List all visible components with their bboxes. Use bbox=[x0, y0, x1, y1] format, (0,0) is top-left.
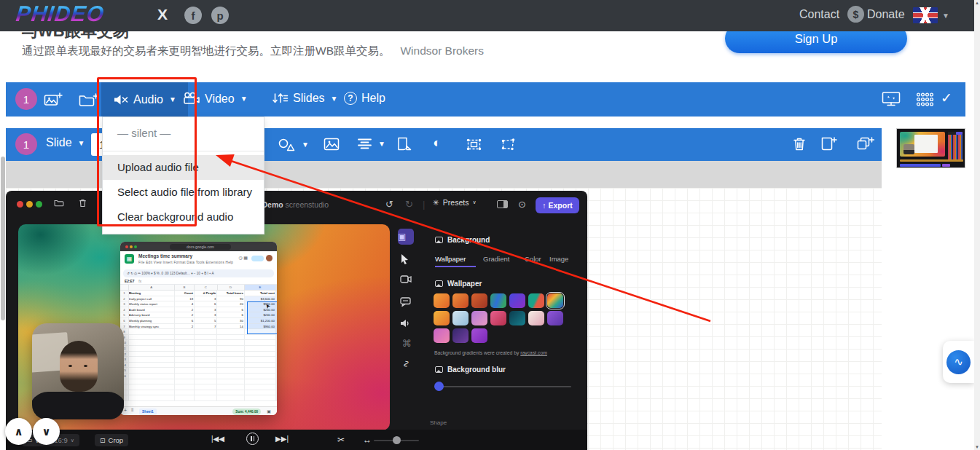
wallpaper-swatch-16[interactable] bbox=[452, 328, 469, 343]
language-caret-icon[interactable]: ▼ bbox=[942, 12, 949, 20]
sheets-title: Meetings time summary bbox=[138, 253, 192, 258]
person-eye bbox=[68, 365, 72, 367]
sheets-window: docs.google.com ▦ Meetings time summary … bbox=[120, 242, 277, 415]
chat-widget[interactable]: ∿ bbox=[943, 341, 974, 383]
chat-bot-icon: ∿ bbox=[946, 350, 971, 374]
studio-header: Sheet Demo screenstudio ↺ ↻ | ✳Presets∨ … bbox=[6, 191, 587, 218]
wallpaper-swatch-3[interactable] bbox=[471, 293, 487, 308]
shapes-icon bbox=[278, 138, 296, 151]
distort-frame-button[interactable] bbox=[499, 138, 517, 151]
tab-gradient: Gradient bbox=[483, 255, 509, 263]
slide-number-badge: 1 bbox=[15, 133, 37, 155]
scroll-down-button[interactable]: ∨ bbox=[33, 418, 60, 445]
thumbnail-export bbox=[956, 132, 963, 135]
sheet-row: 14 bbox=[120, 363, 277, 368]
contact-link[interactable]: Contact bbox=[799, 8, 839, 21]
transparency-button[interactable]: ◐ bbox=[433, 135, 441, 151]
page-flip-icon bbox=[396, 137, 412, 151]
fullscreen-preview-button[interactable] bbox=[882, 91, 901, 108]
caret-down-icon: ▼ bbox=[302, 141, 309, 149]
wallpaper-swatch-17[interactable] bbox=[471, 328, 487, 343]
header-divider: | bbox=[423, 199, 425, 210]
insert-image-button[interactable] bbox=[324, 138, 340, 151]
crop-icon: ⊡ bbox=[100, 437, 106, 444]
page-scrollbar[interactable]: ▲ ▼ bbox=[974, 0, 980, 450]
person-head bbox=[60, 341, 98, 392]
wallpaper-swatch-4[interactable] bbox=[490, 293, 506, 308]
slide-thumbnail[interactable] bbox=[896, 128, 965, 168]
confirm-check-button[interactable]: ✓ bbox=[941, 90, 952, 106]
wallpaper-swatch-15[interactable] bbox=[434, 328, 450, 343]
maximize-traffic-light bbox=[36, 201, 42, 208]
video-preview[interactable]: Sheet Demo screenstudio ↺ ↻ | ✳Presets∨ … bbox=[6, 191, 587, 450]
wallpaper-swatch-8[interactable] bbox=[434, 311, 450, 325]
sheets-header: ▦ Meetings time summary File Edit View I… bbox=[120, 251, 277, 269]
sum-chip: Sum: 4,440.00 bbox=[232, 408, 261, 415]
wallpaper-swatch-9[interactable] bbox=[452, 311, 469, 325]
image-icon bbox=[324, 138, 340, 151]
wallpaper-section-label: Wallpaper bbox=[435, 280, 482, 288]
phideo-logo[interactable]: PHIDEO bbox=[15, 1, 106, 26]
text-align-dropdown-button[interactable]: ▼ bbox=[357, 138, 385, 150]
avatar bbox=[266, 255, 273, 261]
annotation-rectangle bbox=[97, 77, 197, 226]
shapes-dropdown-button[interactable]: ▼ bbox=[278, 138, 309, 151]
new-page-plus-icon bbox=[820, 136, 837, 151]
open-folder-button[interactable] bbox=[79, 92, 98, 107]
person-shirt bbox=[32, 392, 124, 419]
formula-bar: E2:E7fx bbox=[120, 278, 277, 285]
ad-description: 通过跟单表现最好的交易者来更明智地进行交易。立即注册WB跟单交易。Windsor… bbox=[22, 44, 484, 59]
delete-slide-button[interactable] bbox=[793, 137, 806, 151]
top-navbar: PHIDEO X f p Contact $ Donate ▼ bbox=[0, 0, 974, 31]
duplicate-slide-button[interactable] bbox=[856, 136, 874, 151]
page-transition-button[interactable] bbox=[396, 137, 412, 151]
help-button[interactable]: ? Help bbox=[344, 92, 385, 105]
col-header-corner bbox=[276, 285, 277, 291]
fit-frame-button[interactable] bbox=[466, 138, 482, 151]
add-image-icon bbox=[44, 92, 63, 108]
browser-bar: docs.google.com bbox=[120, 242, 277, 251]
sheet-row: 15 bbox=[120, 368, 277, 374]
wallpaper-swatch-12[interactable] bbox=[509, 311, 525, 325]
tool-cursor-icon bbox=[400, 253, 413, 264]
x-social-icon[interactable]: X bbox=[157, 6, 168, 23]
sheet-tab: Sheet1 bbox=[139, 408, 157, 415]
gradient-credit: Background gradients were created by ray… bbox=[434, 350, 547, 355]
pinterest-icon[interactable]: p bbox=[211, 7, 229, 24]
browser-close-dot bbox=[125, 245, 128, 248]
image-icon bbox=[435, 280, 443, 287]
wallpaper-swatch-10[interactable] bbox=[471, 311, 487, 325]
transform-frame-icon bbox=[466, 138, 482, 151]
facebook-icon[interactable]: f bbox=[184, 7, 202, 24]
scroll-up-button[interactable]: ∧ bbox=[5, 418, 32, 445]
caret-down-icon: ▼ bbox=[78, 139, 85, 147]
wallpaper-swatch-14[interactable] bbox=[547, 311, 563, 325]
wallpaper-swatch-6[interactable] bbox=[528, 293, 544, 308]
donate-link[interactable]: Donate bbox=[867, 8, 905, 21]
scrollbar-up-arrow[interactable]: ▲ bbox=[975, 1, 979, 5]
language-flag-uk[interactable] bbox=[913, 7, 938, 23]
col-header-E: E bbox=[245, 285, 276, 291]
skip-start-icon: |◀◀ bbox=[211, 435, 224, 443]
wallpaper-swatch-13[interactable] bbox=[528, 311, 544, 325]
add-image-button[interactable] bbox=[44, 92, 63, 108]
image-icon bbox=[435, 366, 443, 373]
wallpaper-swatch-1[interactable] bbox=[434, 293, 450, 308]
upload-icon: ↑ bbox=[542, 201, 546, 210]
thumbnail-timeline-purple bbox=[942, 164, 950, 167]
wallpaper-swatch-2[interactable] bbox=[452, 293, 469, 308]
pattern-grid-button[interactable] bbox=[916, 92, 934, 106]
copy-plus-icon bbox=[856, 136, 874, 151]
wallpaper-swatch-5[interactable] bbox=[509, 293, 525, 308]
slides-dropdown-button[interactable]: Slides▼ bbox=[272, 92, 337, 105]
donate-icon[interactable]: $ bbox=[847, 6, 864, 23]
scrollbar-down-arrow[interactable]: ▼ bbox=[975, 445, 979, 449]
sheets-menubar: File Edit View Insert Format Data Tools … bbox=[138, 261, 233, 264]
col-header-D: D bbox=[218, 285, 245, 291]
add-slide-button[interactable] bbox=[820, 136, 837, 151]
wallpaper-swatch-7[interactable] bbox=[547, 293, 563, 308]
scrollbar-thumb[interactable] bbox=[1, 157, 5, 320]
sheet-row bbox=[120, 384, 277, 390]
wallpaper-swatch-11[interactable] bbox=[490, 311, 506, 325]
slide-dropdown-button[interactable]: Slide▼ bbox=[46, 136, 85, 149]
